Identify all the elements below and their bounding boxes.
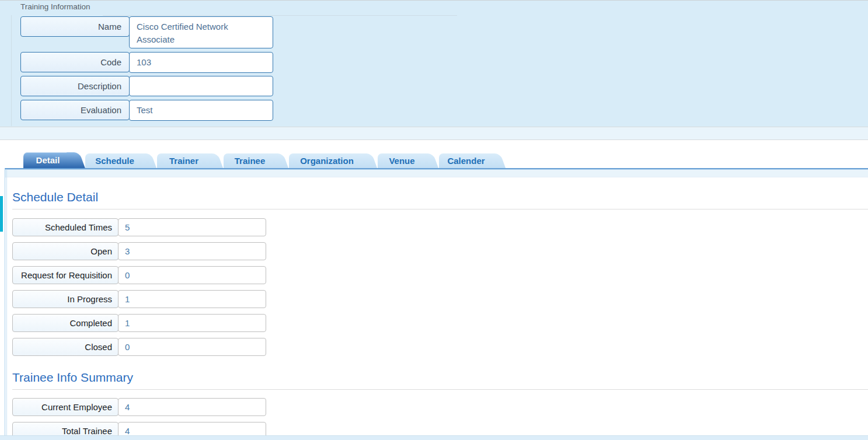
code-field-label: Code [20,52,130,72]
open-label: Open [12,242,118,260]
tab-organization[interactable]: Organization [289,153,365,168]
section-divider [12,389,868,390]
field-row-scheduled-times: Scheduled Times 5 [12,218,266,236]
fieldset-left-border [11,15,12,126]
name-field-value[interactable]: Cisco Certified Network Associate [129,16,273,48]
section-divider [12,209,868,209]
tab-detail[interactable]: Detail [23,152,72,168]
tab-venue[interactable]: Venue [378,153,426,168]
tab-schedule[interactable]: Schedule [85,153,144,168]
tab-strip: Detail Schedule Trainer Trainee Organiza… [23,152,506,168]
open-value[interactable]: 3 [118,242,266,260]
section-title-schedule-detail: Schedule Detail [12,190,98,204]
fieldset-top-border [103,15,457,16]
bottom-scrollbar-track [0,435,868,440]
description-field-value[interactable] [129,76,273,96]
scheduled-times-label: Scheduled Times [12,218,118,236]
section-legend: Training Information [20,2,90,11]
name-field-label: Name [20,16,130,37]
field-row-request-for-requisition: Request for Requisition 0 [12,266,266,284]
schedule-detail-rows: Scheduled Times 5 Open 3 Request for Req… [12,218,266,362]
collapsed-section-strip [0,127,868,140]
field-row-description: Description [20,76,273,96]
completed-value[interactable]: 1 [118,314,266,332]
code-field-value[interactable]: 103 [129,52,273,73]
request-for-requisition-label: Request for Requisition [12,266,118,284]
panel-top-strip [5,169,868,177]
description-field-label: Description [20,76,130,96]
field-row-open: Open 3 [12,242,266,260]
current-employee-label: Current Employee [12,398,118,416]
current-employee-value[interactable]: 4 [118,398,266,416]
field-row-evaluation: Evaluation Test [20,100,273,121]
tab-trainer[interactable]: Trainer [157,153,211,168]
tab-calender[interactable]: Calender [439,153,493,168]
closed-label: Closed [12,338,118,356]
field-row-closed: Closed 0 [12,338,266,356]
in-progress-label: In Progress [12,290,118,308]
panel-inner-border [6,169,7,440]
closed-value[interactable]: 0 [118,338,266,356]
field-row-completed: Completed 1 [12,314,266,332]
request-for-requisition-value[interactable]: 0 [118,266,266,284]
training-information-section: Training Information Name Cisco Certifie… [0,0,868,127]
evaluation-field-label: Evaluation [20,100,130,120]
trainee-summary-rows: Current Employee 4 Total Trainee 4 [12,398,266,440]
completed-label: Completed [12,314,118,332]
content-panel: Schedule Detail Scheduled Times 5 Open 3… [5,168,868,440]
section-title-trainee-info-summary: Trainee Info Summary [12,371,133,385]
side-panel-handle[interactable] [0,196,3,232]
field-row-current-employee: Current Employee 4 [12,398,266,416]
field-row-name: Name Cisco Certified Network Associate [20,16,273,48]
in-progress-value[interactable]: 1 [118,290,266,308]
field-row-in-progress: In Progress 1 [12,290,266,308]
evaluation-field-value[interactable]: Test [129,100,273,121]
field-row-code: Code 103 [20,52,273,73]
tab-trainee[interactable]: Trainee [224,153,276,168]
scheduled-times-value[interactable]: 5 [118,218,266,236]
